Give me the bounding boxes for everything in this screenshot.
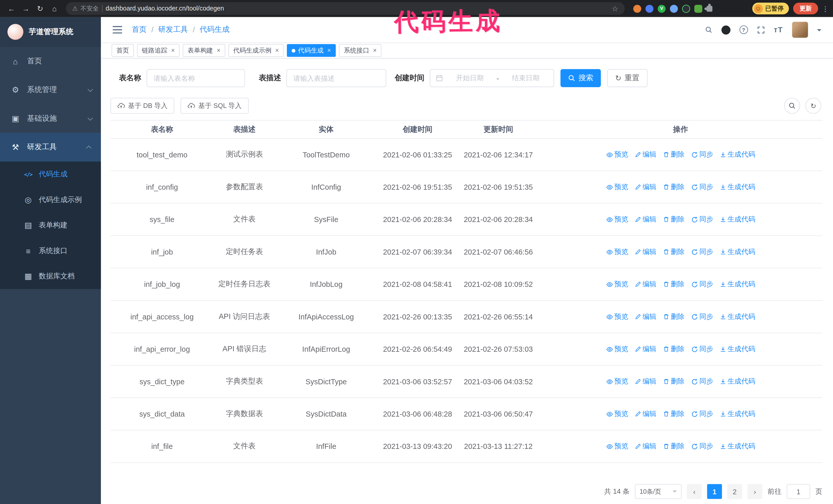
bookmark-star-icon[interactable]: ☆ <box>612 4 618 13</box>
address-bar[interactable]: ⚠ 不安全 dashboard.yudao.iocoder.cn/tool/co… <box>66 2 625 15</box>
tab-form-builder[interactable]: 表单构建 × <box>183 44 225 57</box>
generate-code-link[interactable]: 生成代码 <box>719 312 755 321</box>
table-desc-input[interactable] <box>286 69 386 87</box>
edit-link[interactable]: 编辑 <box>635 150 657 160</box>
edit-link[interactable]: 编辑 <box>635 280 657 289</box>
browser-menu-icon[interactable]: ⋮ <box>822 5 829 13</box>
github-icon[interactable] <box>721 25 730 34</box>
tab-close-icon[interactable]: × <box>275 47 279 54</box>
tab-api[interactable]: 系统接口 × <box>339 44 382 57</box>
sync-link[interactable]: 同步 <box>691 344 713 354</box>
extension-icon-4[interactable] <box>670 5 678 13</box>
preview-link[interactable]: 预览 <box>606 150 628 160</box>
font-size-icon[interactable]: тT <box>774 26 783 34</box>
sidebar-subitem-db-doc[interactable]: ▦ 数据库文档 <box>0 264 101 289</box>
next-page-button[interactable]: › <box>747 484 762 499</box>
extensions-puzzle-icon[interactable] <box>707 6 713 11</box>
edit-link[interactable]: 编辑 <box>635 247 657 257</box>
start-date-placeholder[interactable]: 开始日期 <box>447 73 492 83</box>
sync-link[interactable]: 同步 <box>691 150 713 160</box>
browser-home-icon[interactable]: ⌂ <box>47 1 62 16</box>
help-icon[interactable]: ? <box>739 26 748 34</box>
tab-tracing[interactable]: 链路追踪 × <box>137 44 180 57</box>
hamburger-icon[interactable] <box>113 26 122 33</box>
delete-link[interactable]: 删除 <box>663 150 685 160</box>
sidebar-item-home[interactable]: ⌂ 首页 <box>0 47 101 75</box>
import-sql-button[interactable]: 基于 SQL 导入 <box>181 98 248 114</box>
preview-link[interactable]: 预览 <box>606 280 628 289</box>
extension-icon-5[interactable] <box>682 5 690 13</box>
delete-link[interactable]: 删除 <box>663 215 685 224</box>
tab-codegen-example[interactable]: 代码生成示例 × <box>229 44 284 57</box>
tab-codegen[interactable]: 代码生成 × <box>287 44 336 57</box>
edit-link[interactable]: 编辑 <box>635 182 657 192</box>
tab-close-icon[interactable]: × <box>373 47 377 54</box>
sidebar-subitem-codegen-example[interactable]: ◎ 代码生成示例 <box>0 187 101 213</box>
delete-link[interactable]: 删除 <box>663 247 685 257</box>
sidebar-subitem-form-builder[interactable]: ▤ 表单构建 <box>0 213 101 238</box>
sync-link[interactable]: 同步 <box>691 441 713 451</box>
delete-link[interactable]: 删除 <box>663 377 685 386</box>
security-label[interactable]: 不安全 <box>80 5 99 13</box>
sidebar-subitem-api[interactable]: ≡ 系统接口 <box>0 238 101 264</box>
generate-code-link[interactable]: 生成代码 <box>719 344 755 354</box>
forward-icon[interactable]: → <box>19 1 33 16</box>
generate-code-link[interactable]: 生成代码 <box>719 150 755 160</box>
tab-close-icon[interactable]: × <box>217 47 221 54</box>
breadcrumb-item[interactable]: 研发工具 <box>158 25 188 34</box>
edit-link[interactable]: 编辑 <box>635 409 657 418</box>
sync-link[interactable]: 同步 <box>691 215 713 224</box>
preview-link[interactable]: 预览 <box>606 441 628 451</box>
delete-link[interactable]: 删除 <box>663 280 685 289</box>
import-db-button[interactable]: 基于 DB 导入 <box>111 98 174 114</box>
delete-link[interactable]: 删除 <box>663 409 685 418</box>
sidebar-item-infrastructure[interactable]: ▣ 基础设施 <box>0 104 101 133</box>
sidebar-item-system[interactable]: ⚙ 系统管理 <box>0 75 101 104</box>
generate-code-link[interactable]: 生成代码 <box>719 280 755 289</box>
extension-icon-6[interactable] <box>694 5 702 13</box>
breadcrumb-item[interactable]: 首页 <box>132 25 147 34</box>
page-size-select[interactable]: 10条/页 <box>635 484 682 499</box>
sidebar-item-dev-tools[interactable]: ⚒ 研发工具 <box>0 133 101 162</box>
sync-link[interactable]: 同步 <box>691 377 713 386</box>
tab-close-icon[interactable]: × <box>171 47 175 54</box>
search-button[interactable]: 搜索 <box>561 69 601 87</box>
extension-icon-2[interactable] <box>645 5 653 13</box>
table-refresh-button[interactable]: ↻ <box>805 98 821 114</box>
generate-code-link[interactable]: 生成代码 <box>719 377 755 386</box>
page-button-2[interactable]: 2 <box>728 484 742 499</box>
fullscreen-icon[interactable] <box>757 26 765 34</box>
edit-link[interactable]: 编辑 <box>635 377 657 386</box>
sync-link[interactable]: 同步 <box>691 182 713 192</box>
preview-link[interactable]: 预览 <box>606 182 628 192</box>
goto-page-input[interactable] <box>787 484 810 499</box>
sync-link[interactable]: 同步 <box>691 312 713 321</box>
breadcrumb-item[interactable]: 代码生成 <box>200 25 230 34</box>
end-date-placeholder[interactable]: 结束日期 <box>503 73 548 83</box>
profile-paused-badge[interactable]: ☺ 已暂停 <box>752 3 789 14</box>
preview-link[interactable]: 预览 <box>606 409 628 418</box>
back-icon[interactable]: ← <box>4 1 19 16</box>
delete-link[interactable]: 删除 <box>663 344 685 354</box>
edit-link[interactable]: 编辑 <box>635 312 657 321</box>
sync-link[interactable]: 同步 <box>691 280 713 289</box>
delete-link[interactable]: 删除 <box>663 441 685 451</box>
page-button-1[interactable]: 1 <box>707 484 722 499</box>
user-avatar[interactable] <box>792 22 808 38</box>
user-menu-caret-icon[interactable] <box>817 29 822 33</box>
delete-link[interactable]: 删除 <box>663 312 685 321</box>
extension-icon-1[interactable] <box>633 5 641 13</box>
search-icon[interactable] <box>705 26 712 33</box>
reload-icon[interactable]: ↻ <box>33 1 47 16</box>
reset-button[interactable]: ↻ 重置 <box>607 69 647 87</box>
date-range-picker[interactable]: 开始日期 - 结束日期 <box>430 69 554 87</box>
preview-link[interactable]: 预览 <box>606 215 628 224</box>
tab-home[interactable]: 首页 <box>112 44 134 57</box>
tab-close-icon[interactable]: × <box>327 47 331 54</box>
table-name-input[interactable] <box>147 69 245 87</box>
preview-link[interactable]: 预览 <box>606 377 628 386</box>
sync-link[interactable]: 同步 <box>691 247 713 257</box>
generate-code-link[interactable]: 生成代码 <box>719 215 755 224</box>
preview-link[interactable]: 预览 <box>606 247 628 257</box>
edit-link[interactable]: 编辑 <box>635 344 657 354</box>
